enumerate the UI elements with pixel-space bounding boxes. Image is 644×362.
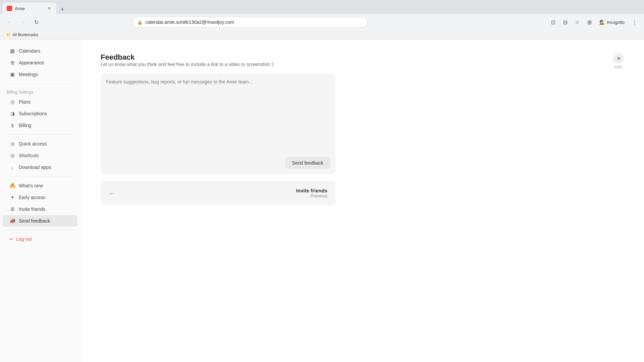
nav-card[interactable]: ← Invite friends Previous [101,181,335,205]
sidebar-divider-2 [7,134,73,135]
download-apps-icon: ↓ [9,164,15,170]
lock-icon: 🔒 [137,20,143,25]
sidebar-item-label: Send feedback [19,218,50,224]
sidebar-item-send-feedback[interactable]: 📣 Send feedback [3,215,77,227]
sidebar-divider-3 [7,176,73,177]
sidebar-icon[interactable]: ⊞ [584,17,595,27]
whats-new-icon: 🔥 [9,183,15,189]
billing-icon: $ [9,122,15,128]
main-content: ✕ ESC Feedback Let us know what you thin… [80,40,644,362]
sidebar-item-label: Download apps [19,165,51,170]
incognito-label: Incognito [607,20,625,25]
sidebar-item-appearance[interactable]: ⊞ Appearance [3,57,77,68]
logout-button[interactable]: ↩ Log out [3,234,77,244]
sidebar-item-calendars[interactable]: ▦ Calendars [3,45,77,57]
sidebar-item-early-access[interactable]: ✦ Early access [3,192,77,203]
nav-left-arrow-icon: ← [109,189,115,197]
bookmarks-label: All Bookmarks [12,33,38,37]
nav-card-prev-sublabel: Previous [296,193,327,198]
early-access-icon: ✦ [9,194,15,200]
feedback-textarea[interactable] [106,79,330,153]
sidebar-item-label: Quick access [19,141,47,146]
feedback-subtitle: Let us know what you think and feel free… [101,62,335,67]
toolbar-right: ⊡ ⊟ ☆ ⊞ 🕵 Incognito ⋮ [548,17,640,27]
sidebar-item-plans[interactable]: ◎ Plans [3,96,77,108]
all-bookmarks[interactable]: 📁 All Bookmarks [4,32,40,38]
tab-favicon [7,6,12,11]
browser-tab[interactable]: Amie ✕ [3,3,56,14]
sidebar-item-label: Shortcuts [19,153,39,158]
feedback-title: Feedback [101,53,335,62]
bookmark-icon[interactable]: ☆ [572,17,583,27]
shortcuts-icon: ◎ [9,153,15,159]
invite-friends-icon: ⊞ [9,206,15,212]
sidebar-item-billing[interactable]: $ Billing [3,120,77,131]
close-button[interactable]: ✕ [613,53,624,64]
tab-close-button[interactable]: ✕ [46,5,52,11]
quick-access-icon: ◎ [9,141,15,147]
logout-icon: ↩ [9,236,13,242]
sidebar-item-invite-friends[interactable]: ⊞ Invite friends [3,203,77,215]
close-area: ✕ ESC [613,53,624,69]
calendars-icon: ▦ [9,48,15,54]
nav-card-left: ← [109,189,115,197]
feedback-box: Send feedback [101,74,335,174]
back-button[interactable]: ← [4,17,15,27]
sidebar-item-download-apps[interactable]: ↓ Download apps [3,162,77,173]
forward-button[interactable]: → [17,17,28,27]
feedback-panel: Feedback Let us know what you think and … [101,53,335,205]
meetings-icon: ▣ [9,71,15,77]
logout-label: Log out [16,236,32,242]
sidebar-item-label: Subscriptions [19,111,47,116]
sidebar-item-label: Appearance [19,60,44,65]
sidebar-item-label: Calendars [19,48,40,54]
billing-section-header: Billing Settings [0,87,80,96]
sidebar-item-meetings[interactable]: ▣ Meetings [3,69,77,80]
sidebar-divider-4 [7,230,73,230]
sidebar-item-subscriptions[interactable]: ◑ Subscriptions [3,108,77,119]
sidebar-item-label: What's new [19,183,43,188]
plans-icon: ◎ [9,99,15,105]
incognito-icon: 🕵 [599,20,605,25]
reload-button[interactable]: ↻ [31,17,42,27]
address-bar[interactable]: 🔒 calendar.amie.so/afe130a2@moodjoy.com [133,17,368,27]
url-text: calendar.amie.so/afe130a2@moodjoy.com [145,19,363,25]
cast-icon[interactable]: ⊡ [548,17,558,27]
new-tab-button[interactable]: + [58,5,67,14]
sidebar-divider-1 [7,83,73,84]
menu-icon[interactable]: ⋮ [629,17,640,27]
picture-in-picture-icon[interactable]: ⊟ [560,17,571,27]
bookmarks-folder-icon: 📁 [6,33,11,37]
incognito-badge[interactable]: 🕵 Incognito [596,18,628,26]
send-feedback-icon: 📣 [9,218,15,224]
sidebar-item-whats-new[interactable]: 🔥 What's new [3,180,77,191]
nav-card-right: Invite friends Previous [296,188,327,198]
send-feedback-button[interactable]: Send feedback [285,157,330,169]
subscriptions-icon: ◑ [9,111,15,117]
sidebar-item-label: Early access [19,195,45,200]
esc-label: ESC [615,65,623,69]
sidebar-item-shortcuts[interactable]: ◎ Shortcuts [3,150,77,161]
sidebar-item-label: Plans [19,99,31,105]
appearance-icon: ⊞ [9,60,15,66]
sidebar-item-label: Invite friends [19,206,45,212]
feedback-actions: Send feedback [106,154,330,169]
sidebar-item-label: Billing [19,123,31,128]
sidebar-item-quick-access[interactable]: ◎ Quick access [3,138,77,149]
nav-card-prev-label: Invite friends [296,188,327,193]
sidebar: ▦ Calendars ⊞ Appearance ▣ Meetings Bill… [0,40,80,362]
tab-title: Amie [15,6,44,11]
sidebar-item-label: Meetings [19,72,38,77]
